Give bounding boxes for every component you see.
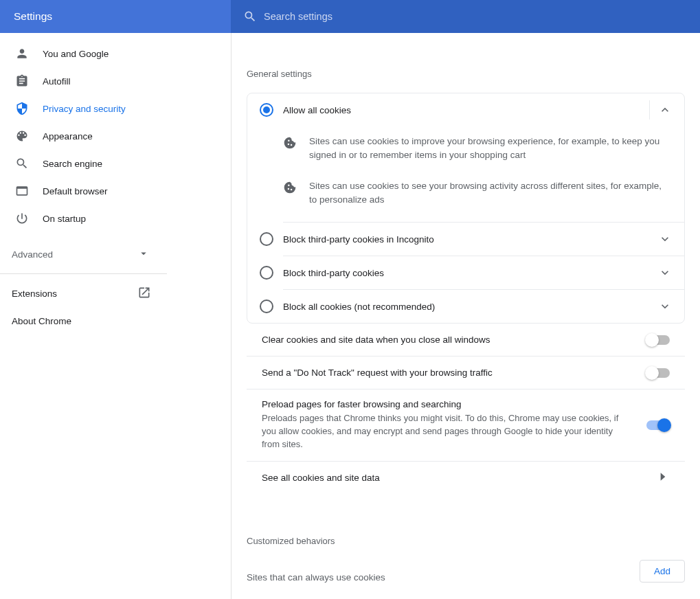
- clipboard-icon: [15, 74, 29, 88]
- sidebar-advanced[interactable]: Advanced: [0, 240, 165, 268]
- content-area: General settings Allow all cookies Sites…: [232, 33, 700, 599]
- chevron-down-icon[interactable]: [658, 232, 672, 246]
- cookie-options-panel: Allow all cookies Sites can use cookies …: [247, 93, 685, 324]
- extensions-label: Extensions: [12, 289, 57, 299]
- power-icon: [15, 212, 29, 225]
- sidebar-item-label: Appearance: [43, 131, 93, 142]
- option-block-3p[interactable]: Block third-party cookies: [247, 256, 684, 289]
- radio-icon: [260, 232, 273, 246]
- toggle-dnt[interactable]: [646, 368, 670, 378]
- chevron-down-icon[interactable]: [658, 300, 672, 313]
- option-allow-all-cookies[interactable]: Allow all cookies: [247, 93, 684, 126]
- arrow-right-icon: [656, 470, 670, 486]
- option-label: Block third-party cookies in Incognito: [283, 234, 658, 245]
- sidebar-item-label: Search engine: [43, 159, 102, 169]
- app-title: Settings: [14, 10, 52, 23]
- search-icon: [239, 5, 261, 27]
- divider: [0, 273, 167, 274]
- option-detail-1: Sites can use cookies to improve your br…: [247, 126, 684, 175]
- customized-behaviors-title: Customized behaviors: [247, 495, 685, 560]
- palette-icon: [15, 129, 29, 143]
- option-block-3p-incognito[interactable]: Block third-party cookies in Incognito: [247, 223, 684, 256]
- sidebar-item-label: Default browser: [43, 186, 108, 196]
- chevron-down-icon[interactable]: [658, 266, 672, 280]
- row-subtitle: Preloads pages that Chrome thinks you mi…: [262, 412, 633, 451]
- sidebar-item-extensions[interactable]: Extensions: [0, 280, 165, 307]
- option-label: Allow all cookies: [283, 105, 641, 115]
- option-label: Block all cookies (not recommended): [283, 302, 658, 312]
- radio-icon: [260, 103, 273, 117]
- caret-down-icon: [137, 247, 150, 262]
- site-row: [*.]dynamics.com Including third-party c…: [247, 592, 685, 599]
- about-label: About Chrome: [12, 316, 71, 326]
- sidebar-item-search-engine[interactable]: Search engine: [0, 150, 169, 177]
- see-all-cookies-row[interactable]: See all cookies and site data: [247, 462, 685, 495]
- sidebar-item-label: Autofill: [43, 76, 71, 87]
- app-header: Settings: [0, 0, 700, 33]
- sidebar-item-label: Privacy and security: [43, 104, 126, 114]
- sites-always-label: Sites that can always use cookies: [247, 572, 385, 583]
- cookie-icon: [283, 181, 297, 194]
- open-in-new-icon: [137, 286, 151, 302]
- sidebar-item-label: On startup: [43, 214, 86, 224]
- header-title-area: Settings: [0, 0, 231, 33]
- sidebar-item-default-browser[interactable]: Default browser: [0, 177, 169, 205]
- radio-icon: [260, 300, 273, 313]
- radio-icon: [260, 266, 273, 280]
- row-title: Send a "Do Not Track" request with your …: [262, 368, 633, 378]
- chevron-up-icon[interactable]: [658, 103, 672, 117]
- row-title: Clear cookies and site data when you clo…: [262, 335, 633, 345]
- clear-cookies-on-close-row[interactable]: Clear cookies and site data when you clo…: [247, 324, 685, 357]
- row-title: Preload pages for faster browsing and se…: [262, 399, 633, 409]
- sites-always-header: Sites that can always use cookies Add: [247, 560, 685, 592]
- option-block-all[interactable]: Block all cookies (not recommended): [247, 290, 684, 323]
- row-title: See all cookies and site data: [262, 473, 656, 483]
- dnt-row[interactable]: Send a "Do Not Track" request with your …: [247, 357, 685, 389]
- search-bar[interactable]: [231, 0, 700, 33]
- add-button[interactable]: Add: [640, 560, 685, 583]
- detail-text: Sites can use cookies to see your browsi…: [309, 179, 672, 207]
- toggle-clear-on-close[interactable]: [646, 335, 670, 345]
- sidebar-item-autofill[interactable]: Autofill: [0, 67, 169, 95]
- person-icon: [15, 47, 29, 60]
- shield-icon: [15, 102, 29, 115]
- sidebar: You and Google Autofill Privacy and secu…: [0, 33, 232, 599]
- detail-text: Sites can use cookies to improve your br…: [309, 135, 672, 163]
- general-settings-title: General settings: [247, 33, 685, 93]
- sidebar-item-you-and-google[interactable]: You and Google: [0, 40, 169, 67]
- option-label: Block third-party cookies: [283, 268, 658, 278]
- search-icon: [15, 157, 29, 170]
- toggle-preload[interactable]: [646, 420, 670, 430]
- sidebar-item-about[interactable]: About Chrome: [0, 307, 165, 335]
- preload-row[interactable]: Preload pages for faster browsing and se…: [247, 389, 685, 462]
- option-detail-2: Sites can use cookies to see your browsi…: [247, 175, 684, 223]
- sidebar-item-label: You and Google: [43, 49, 109, 59]
- cookie-icon: [283, 136, 297, 150]
- search-input[interactable]: [264, 11, 700, 22]
- advanced-label: Advanced: [12, 249, 53, 260]
- browser-icon: [15, 184, 29, 198]
- sidebar-item-on-startup[interactable]: On startup: [0, 205, 169, 232]
- divider: [649, 100, 650, 120]
- sidebar-item-privacy[interactable]: Privacy and security: [0, 95, 169, 122]
- sidebar-item-appearance[interactable]: Appearance: [0, 122, 169, 150]
